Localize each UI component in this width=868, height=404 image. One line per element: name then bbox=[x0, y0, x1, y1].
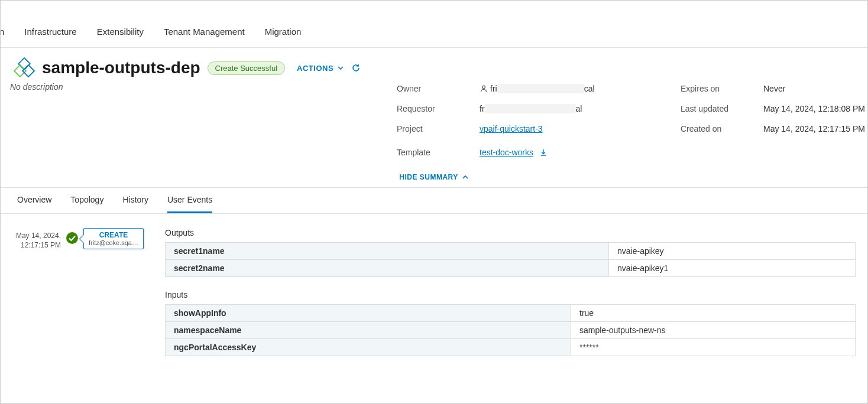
event-date: May 14, 2024, bbox=[12, 232, 61, 241]
svg-rect-0 bbox=[18, 58, 30, 70]
top-nav-item-infrastructure[interactable]: Infrastructure bbox=[24, 27, 76, 37]
inputs-title: Inputs bbox=[165, 290, 856, 299]
table-row: secret2name nvaie-apikey1 bbox=[166, 260, 856, 277]
event-timeline: May 14, 2024, 12:17:15 PM CREATE fritz@c… bbox=[12, 228, 153, 369]
svg-point-3 bbox=[482, 86, 485, 89]
inputs-table: showAppInfo true namespaceName sample-ou… bbox=[165, 304, 856, 356]
output-value: nvaie-apikey1 bbox=[609, 260, 856, 277]
requestor-redacted: xxxxxxxxxxxxxxxxxxxxxx bbox=[485, 104, 576, 113]
table-row: ngcPortalAccessKey ****** bbox=[166, 339, 856, 356]
summary-panel: No description Owner frixxxxxxxxxxxxxxxx… bbox=[1, 74, 867, 162]
tab-history[interactable]: History bbox=[122, 188, 148, 213]
tabs-bar: Overview Topology History User Events bbox=[1, 187, 867, 214]
owner-value: frixxxxxxxxxxxxxxxxxxxxxcal bbox=[480, 84, 595, 93]
top-nav-bar: n Infrastructure Extensibility Tenant Ma… bbox=[1, 15, 867, 48]
updated-value: May 14, 2024, 12:18:08 PM bbox=[763, 104, 865, 113]
input-value: sample-outputs-new-ns bbox=[571, 322, 856, 339]
top-nav-item-partial[interactable]: n bbox=[0, 27, 4, 37]
top-nav-item-extensibility[interactable]: Extensibility bbox=[97, 27, 144, 37]
updated-label: Last updated bbox=[681, 104, 763, 113]
table-row: showAppInfo true bbox=[166, 305, 856, 322]
actions-dropdown-button[interactable]: ACTIONS bbox=[297, 64, 344, 73]
output-value: nvaie-apikey bbox=[609, 243, 856, 260]
hide-summary-button[interactable]: HIDE SUMMARY bbox=[399, 173, 469, 181]
user-events-content: May 14, 2024, 12:17:15 PM CREATE fritz@c… bbox=[1, 214, 867, 383]
project-label: Project bbox=[397, 124, 480, 133]
chevron-down-icon bbox=[337, 64, 344, 71]
chevron-up-icon bbox=[462, 174, 469, 181]
description-text: No description bbox=[1, 74, 397, 92]
input-value: true bbox=[571, 305, 856, 322]
owner-label: Owner bbox=[397, 84, 480, 93]
input-key: ngcPortalAccessKey bbox=[166, 339, 571, 356]
expires-value: Never bbox=[763, 84, 785, 93]
event-card[interactable]: CREATE fritz@coke.sqa-… bbox=[83, 228, 144, 249]
input-value: ****** bbox=[571, 339, 856, 356]
table-row: namespaceName sample-outputs-new-ns bbox=[166, 322, 856, 339]
top-nav-item-migration[interactable]: Migration bbox=[265, 27, 302, 37]
status-badge: Create Successful bbox=[208, 61, 286, 75]
actions-label: ACTIONS bbox=[297, 64, 333, 73]
owner-suffix: cal bbox=[584, 84, 595, 93]
created-label: Created on bbox=[681, 124, 763, 133]
user-icon bbox=[480, 84, 488, 93]
input-key: showAppInfo bbox=[166, 305, 571, 322]
owner-prefix: fri bbox=[490, 84, 497, 93]
owner-redacted: xxxxxxxxxxxxxxxxxxxxx bbox=[497, 84, 584, 93]
project-link[interactable]: vpaif-quickstart-3 bbox=[480, 124, 543, 133]
template-link[interactable]: test-doc-works bbox=[480, 148, 533, 157]
hide-summary-label: HIDE SUMMARY bbox=[399, 173, 458, 181]
input-key: namespaceName bbox=[166, 322, 571, 339]
table-row: secret1name nvaie-apikey bbox=[166, 243, 856, 260]
requestor-suffix: al bbox=[576, 104, 582, 113]
tab-overview[interactable]: Overview bbox=[17, 188, 51, 213]
tab-user-events[interactable]: User Events bbox=[167, 188, 212, 213]
requestor-label: Requestor bbox=[397, 104, 480, 113]
output-key: secret1name bbox=[166, 243, 609, 260]
svg-point-4 bbox=[66, 232, 78, 244]
download-icon[interactable] bbox=[539, 148, 548, 157]
event-details: Outputs secret1name nvaie-apikey secret2… bbox=[165, 228, 856, 369]
event-timestamp: May 14, 2024, 12:17:15 PM bbox=[12, 228, 61, 250]
expires-label: Expires on bbox=[681, 84, 763, 93]
requestor-prefix: fr bbox=[480, 104, 485, 113]
success-check-icon bbox=[66, 232, 79, 245]
refresh-icon[interactable] bbox=[351, 63, 361, 73]
event-action-label: CREATE bbox=[89, 231, 138, 239]
outputs-title: Outputs bbox=[165, 228, 856, 237]
template-label: Template bbox=[397, 148, 480, 157]
created-value: May 14, 2024, 12:17:15 PM bbox=[763, 124, 865, 133]
tab-topology[interactable]: Topology bbox=[70, 188, 103, 213]
requestor-value: frxxxxxxxxxxxxxxxxxxxxxxal bbox=[480, 104, 582, 113]
event-user-label: fritz@coke.sqa-… bbox=[89, 239, 138, 246]
output-key: secret2name bbox=[166, 260, 609, 277]
outputs-table: secret1name nvaie-apikey secret2name nva… bbox=[165, 242, 856, 277]
top-nav-item-tenant-management[interactable]: Tenant Management bbox=[164, 27, 245, 37]
event-time: 12:17:15 PM bbox=[12, 241, 61, 250]
